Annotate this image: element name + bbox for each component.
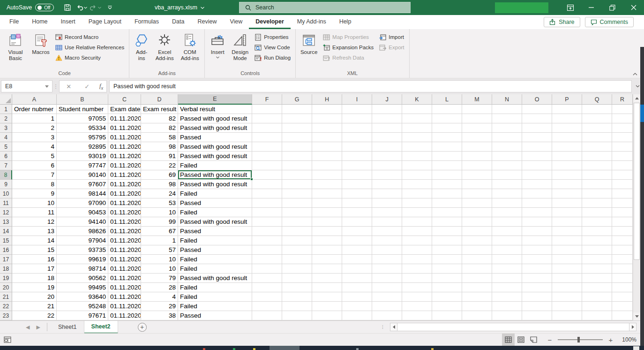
cell-O22[interactable] bbox=[522, 302, 552, 311]
row-header-11[interactable]: 11 bbox=[0, 198, 12, 208]
cell-Q17[interactable] bbox=[582, 255, 612, 264]
tab-my-add-ins[interactable]: My Add-ins bbox=[291, 15, 333, 29]
cell-P9[interactable] bbox=[552, 180, 582, 189]
cell-P11[interactable] bbox=[552, 198, 582, 208]
row-header-21[interactable]: 21 bbox=[0, 292, 12, 302]
cell-P5[interactable] bbox=[552, 142, 582, 152]
scroll-left-button[interactable] bbox=[390, 323, 397, 331]
cell-N13[interactable] bbox=[492, 217, 522, 227]
cell-P14[interactable] bbox=[552, 227, 582, 236]
cell-Q9[interactable] bbox=[582, 180, 612, 189]
cell-D7[interactable]: 22 bbox=[141, 161, 178, 170]
com-add-ins-button[interactable]: COM Add-ins bbox=[178, 31, 202, 62]
comments-button[interactable]: Comments bbox=[585, 17, 634, 27]
cell-C22[interactable]: 01.11.2020 bbox=[108, 302, 141, 311]
cell-M11[interactable] bbox=[462, 198, 492, 208]
cell-M22[interactable] bbox=[462, 302, 492, 311]
sheet-tab-sheet2[interactable]: Sheet2 bbox=[84, 321, 118, 334]
cell-Q22[interactable] bbox=[582, 302, 612, 311]
cell-A2[interactable]: 1 bbox=[12, 114, 57, 123]
cell-F2[interactable] bbox=[252, 114, 282, 123]
cell-I14[interactable] bbox=[342, 227, 372, 236]
cell-M5[interactable] bbox=[462, 142, 492, 152]
search-input[interactable]: Search bbox=[239, 2, 411, 13]
visual-basic-button[interactable]: Visual Basic bbox=[2, 31, 29, 62]
cell-J22[interactable] bbox=[372, 302, 402, 311]
cell-R9[interactable] bbox=[612, 180, 633, 189]
cell-M10[interactable] bbox=[462, 189, 492, 198]
cell-L6[interactable] bbox=[432, 152, 462, 161]
row-header-17[interactable]: 17 bbox=[0, 255, 12, 264]
cell-G13[interactable] bbox=[282, 217, 312, 227]
cell-P8[interactable] bbox=[552, 170, 582, 180]
cell-O12[interactable] bbox=[522, 208, 552, 217]
cell-O4[interactable] bbox=[522, 133, 552, 142]
cell-N21[interactable] bbox=[492, 292, 522, 302]
cell-N8[interactable] bbox=[492, 170, 522, 180]
cell-G2[interactable] bbox=[282, 114, 312, 123]
cell-M15[interactable] bbox=[462, 236, 492, 245]
cell-F15[interactable] bbox=[252, 236, 282, 245]
row-header-8[interactable]: 8 bbox=[0, 170, 12, 180]
vertical-scroll-thumb[interactable] bbox=[634, 103, 640, 260]
row-header-16[interactable]: 16 bbox=[0, 245, 12, 255]
cell-I20[interactable] bbox=[342, 283, 372, 292]
cell-C3[interactable]: 01.11.2020 bbox=[108, 123, 141, 133]
column-header-I[interactable]: I bbox=[342, 94, 372, 105]
cell-C15[interactable]: 01.11.2020 bbox=[108, 236, 141, 245]
cell-I16[interactable] bbox=[342, 245, 372, 255]
cell-M4[interactable] bbox=[462, 133, 492, 142]
cell-O13[interactable] bbox=[522, 217, 552, 227]
cell-K16[interactable] bbox=[402, 245, 432, 255]
cell-B16[interactable]: 93735 bbox=[57, 245, 108, 255]
cell-C13[interactable]: 01.11.2020 bbox=[108, 217, 141, 227]
cell-L2[interactable] bbox=[432, 114, 462, 123]
cell-G17[interactable] bbox=[282, 255, 312, 264]
cell-E5[interactable]: Passed with good result bbox=[178, 142, 252, 152]
cell-O15[interactable] bbox=[522, 236, 552, 245]
cell-C16[interactable]: 01.11.2020 bbox=[108, 245, 141, 255]
cell-Q4[interactable] bbox=[582, 133, 612, 142]
cell-Q16[interactable] bbox=[582, 245, 612, 255]
cell-Q15[interactable] bbox=[582, 236, 612, 245]
cell-H13[interactable] bbox=[312, 217, 342, 227]
cell-I22[interactable] bbox=[342, 302, 372, 311]
tab-file[interactable]: File bbox=[3, 15, 25, 29]
cell-N11[interactable] bbox=[492, 198, 522, 208]
name-box-dropdown[interactable] bbox=[42, 85, 52, 88]
cell-C9[interactable]: 01.11.2020 bbox=[108, 180, 141, 189]
cell-H16[interactable] bbox=[312, 245, 342, 255]
cell-D23[interactable]: 38 bbox=[141, 311, 178, 320]
cell-A13[interactable]: 12 bbox=[12, 217, 57, 227]
cell-J13[interactable] bbox=[372, 217, 402, 227]
cell-G5[interactable] bbox=[282, 142, 312, 152]
cell-M19[interactable] bbox=[462, 274, 492, 283]
cell-P3[interactable] bbox=[552, 123, 582, 133]
cell-H19[interactable] bbox=[312, 274, 342, 283]
cell-D2[interactable]: 82 bbox=[141, 114, 178, 123]
cell-L11[interactable] bbox=[432, 198, 462, 208]
cell-D1[interactable]: Exam result bbox=[141, 105, 178, 114]
tab-formulas[interactable]: Formulas bbox=[128, 15, 165, 29]
cell-O14[interactable] bbox=[522, 227, 552, 236]
cell-P19[interactable] bbox=[552, 274, 582, 283]
cell-J11[interactable] bbox=[372, 198, 402, 208]
cell-R19[interactable] bbox=[612, 274, 633, 283]
row-header-7[interactable]: 7 bbox=[0, 161, 12, 170]
cell-J10[interactable] bbox=[372, 189, 402, 198]
record-macro-button[interactable]: Record Macro bbox=[53, 32, 127, 42]
cell-H20[interactable] bbox=[312, 283, 342, 292]
cell-E13[interactable]: Passed with good result bbox=[178, 217, 252, 227]
cell-C11[interactable]: 01.11.2020 bbox=[108, 198, 141, 208]
cell-A9[interactable]: 8 bbox=[12, 180, 57, 189]
cell-L7[interactable] bbox=[432, 161, 462, 170]
cell-O16[interactable] bbox=[522, 245, 552, 255]
cell-O6[interactable] bbox=[522, 152, 552, 161]
cell-A16[interactable]: 15 bbox=[12, 245, 57, 255]
cell-O2[interactable] bbox=[522, 114, 552, 123]
cell-D20[interactable]: 28 bbox=[141, 283, 178, 292]
cell-J7[interactable] bbox=[372, 161, 402, 170]
row-header-3[interactable]: 3 bbox=[0, 123, 12, 133]
cell-P15[interactable] bbox=[552, 236, 582, 245]
cell-B12[interactable]: 90453 bbox=[57, 208, 108, 217]
